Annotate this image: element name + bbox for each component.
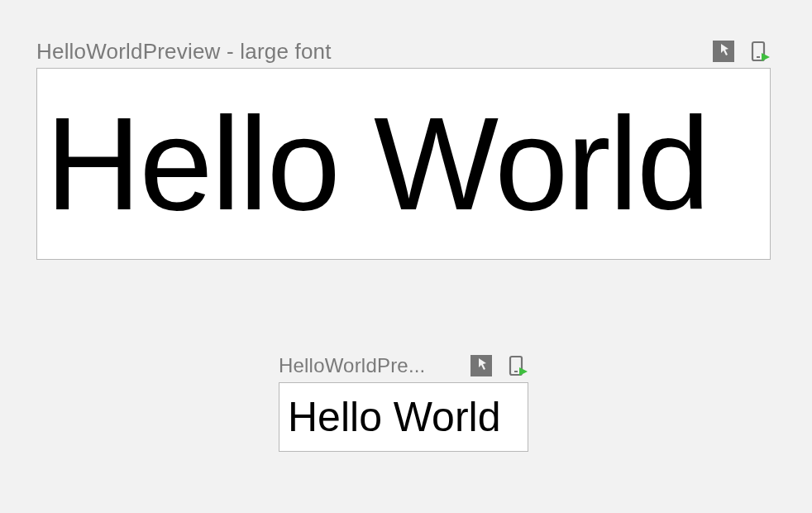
interactive-mode-icon[interactable] (470, 355, 492, 376)
preview-frame[interactable]: Hello World (36, 68, 771, 260)
deploy-preview-icon[interactable] (507, 355, 528, 376)
interactive-mode-icon[interactable] (713, 41, 734, 62)
svg-rect-0 (713, 41, 734, 62)
deploy-preview-icon[interactable] (749, 41, 771, 62)
svg-rect-3 (470, 355, 492, 376)
preview-header: HelloWorldPreview - large font (36, 40, 771, 63)
preview-title: HelloWorldPreview - large font (36, 39, 332, 65)
preview-header: HelloWorldPre... (279, 354, 528, 377)
svg-rect-5 (514, 371, 518, 372)
svg-rect-2 (757, 56, 760, 58)
preview-frame[interactable]: Hello World (279, 382, 528, 452)
preview-block-large: HelloWorldPreview - large font Hello Wor… (36, 40, 771, 260)
preview-text: Hello World (288, 396, 501, 438)
preview-toolbar (713, 41, 771, 62)
preview-text: Hello World (45, 98, 709, 230)
preview-title: HelloWorldPre... (279, 354, 425, 377)
preview-toolbar (470, 355, 528, 376)
preview-block-small: HelloWorldPre... Hello World (279, 354, 528, 452)
